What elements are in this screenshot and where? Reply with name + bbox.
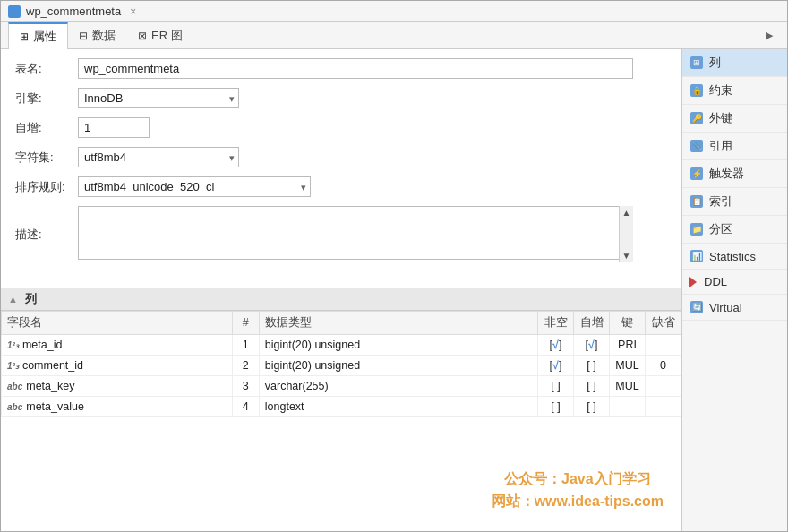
sidebar-item-trigger[interactable]: ⚡触发器 [682,160,787,188]
tab-properties[interactable]: ⊞ 属性 [8,22,68,49]
table-header-row: 字段名 # 数据类型 非空 自增 键 缺省 [2,311,681,334]
sidebar-item-label-index: 索引 [709,193,732,210]
col-header-default: 缺省 [646,311,681,334]
table-section-header: ▲ [8,294,18,305]
tab-data[interactable]: ⊟ 数据 [68,22,127,48]
sidebar-item-constraint[interactable]: 🔒约束 [682,77,787,105]
sidebar-item-label-column: 列 [709,55,721,71]
partition-icon: 📁 [690,222,704,236]
col-header-key: 键 [610,311,646,334]
description-wrap: ▲ ▼ [78,206,633,262]
field-default [646,334,681,355]
field-type: bigint(20) unsigned [259,334,537,355]
data-tab-icon: ⊟ [79,30,88,42]
field-name: meta_id [22,339,62,351]
collation-select-wrap: utf8mb4_unicode_520_ci utf8mb4_general_c… [78,176,311,197]
tabs-bar: ⊞ 属性 ⊟ 数据 ⊠ ER 图 ▶ [1,22,787,49]
col-header-notnull: 非空 [538,311,574,334]
window-title: wp_commentmeta [26,4,121,18]
sidebar-item-index[interactable]: 📋索引 [682,188,787,216]
collation-select[interactable]: utf8mb4_unicode_520_ci utf8mb4_general_c… [78,176,311,197]
field-notnull: [ ] [538,375,574,396]
collation-label: 排序规则: [15,179,78,195]
field-name: comment_id [22,359,83,372]
main-content: 表名: 引擎: InnoDB MyISAM Memory [1,49,787,531]
table-row[interactable]: 1²₃meta_id1bigint(20) unsigned[√][√]PRI [2,334,681,355]
charset-label: 字符集: [15,150,78,166]
index-icon: 📋 [690,194,704,209]
sidebar-item-column[interactable]: ⊞列 [682,49,787,77]
table-name-input[interactable] [78,58,633,79]
properties-tab-icon: ⊞ [20,30,29,43]
engine-select-wrap: InnoDB MyISAM Memory [78,88,239,108]
field-type-icon: 1²₃ [7,361,19,371]
sidebar-item-label-constraint: 约束 [709,82,732,99]
tab-er[interactable]: ⊠ ER 图 [127,22,194,48]
sidebar-item-label-foreign_key: 外键 [709,110,732,126]
sidebar-item-label-virtual: Virtual [709,301,742,314]
sidebar-item-ddl[interactable]: DDL [682,270,787,295]
sidebar: ⊞列🔒约束🔑外键📎引用⚡触发器📋索引📁分区📊StatisticsDDL🔄Virt… [681,49,787,531]
field-type: longtext [259,396,537,416]
field-key: MUL [610,375,646,396]
charset-select-wrap: utf8mb4 utf8 latin1 [78,147,239,167]
reference-icon: 📎 [690,139,704,153]
field-autoinc: [√] [574,334,610,355]
description-label: 描述: [15,227,78,243]
sidebar-item-label-reference: 引用 [709,138,732,154]
textarea-scrollbar: ▲ ▼ [619,206,633,262]
col-header-autoinc: 自增 [574,311,610,334]
field-name-cell: 1²₃meta_id [2,334,233,355]
field-num: 2 [232,355,259,375]
field-notnull: [ ] [538,396,574,416]
title-bar: wp_commentmeta × [1,1,787,22]
field-num: 3 [232,375,259,396]
field-key: PRI [610,334,646,355]
field-key [610,396,646,416]
auto-increment-input[interactable] [78,117,150,138]
sidebar-item-statistics[interactable]: 📊Statistics [682,244,787,270]
sidebar-item-label-partition: 分区 [709,221,732,237]
watermark: 公众号：Java入门学习 网站：www.idea-tips.com [492,468,664,513]
field-autoinc: [ ] [574,355,610,375]
auto-increment-row: 自增: [15,117,666,138]
field-name-cell: 1²₃comment_id [2,355,233,375]
scroll-up-arrow[interactable]: ▲ [622,208,631,218]
fields-table: 字段名 # 数据类型 非空 自增 键 缺省 1²₃meta_id1bigint(… [1,311,681,417]
collation-row: 排序规则: utf8mb4_unicode_520_ci utf8mb4_gen… [15,176,666,197]
field-num: 4 [232,396,259,416]
window-icon [8,5,21,18]
sidebar-item-foreign_key[interactable]: 🔑外键 [682,105,787,133]
field-name-cell: abcmeta_value [2,396,233,416]
sidebar-item-label-ddl: DDL [704,275,727,288]
sidebar-item-label-trigger: 触发器 [709,166,744,182]
table-name-label: 表名: [15,61,78,77]
nav-right-arrow[interactable]: ▶ [758,22,780,48]
field-type: bigint(20) unsigned [259,355,537,375]
sidebar-item-reference[interactable]: 📎引用 [682,133,787,160]
table-row[interactable]: 1²₃comment_id2bigint(20) unsigned[√][ ]M… [2,355,681,375]
watermark-line2: 网站：www.idea-tips.com [492,490,664,513]
charset-row: 字符集: utf8mb4 utf8 latin1 [15,147,666,167]
er-tab-icon: ⊠ [138,30,147,42]
tab-er-label: ER 图 [151,28,183,44]
close-button[interactable]: × [130,5,136,18]
field-notnull: [√] [538,355,574,375]
sidebar-item-virtual[interactable]: 🔄Virtual [682,295,787,321]
table-row[interactable]: abcmeta_value4longtext[ ][ ] [2,396,681,416]
auto-increment-label: 自增: [15,120,78,136]
col-header-type: 数据类型 [259,311,537,334]
main-window: wp_commentmeta × ⊞ 属性 ⊟ 数据 ⊠ ER 图 ▶ 表名: [0,0,788,532]
table-row[interactable]: abcmeta_key3varchar(255)[ ][ ]MUL [2,375,681,396]
charset-select[interactable]: utf8mb4 utf8 latin1 [78,147,239,167]
properties-form: 表名: 引擎: InnoDB MyISAM Memory [1,49,681,288]
table-name-row: 表名: [15,58,666,79]
data-table-container: 字段名 # 数据类型 非空 自增 键 缺省 1²₃meta_id1bigint(… [1,311,681,532]
scroll-down-arrow[interactable]: ▼ [622,251,631,261]
field-default: 0 [646,355,681,375]
field-default [646,396,681,416]
statistics-icon: 📊 [690,249,704,263]
description-textarea[interactable] [78,206,633,260]
engine-select[interactable]: InnoDB MyISAM Memory [78,88,239,108]
sidebar-item-partition[interactable]: 📁分区 [682,216,787,244]
